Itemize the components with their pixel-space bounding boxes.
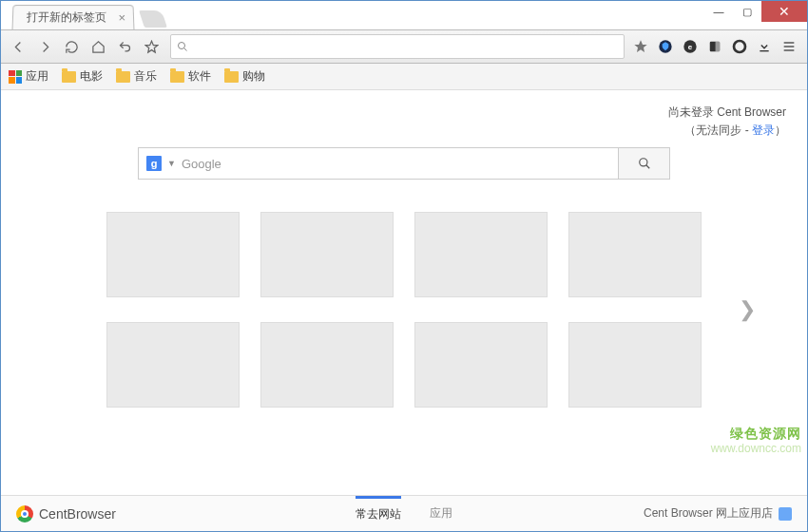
ext-shield-icon[interactable] — [657, 38, 674, 55]
signin-link[interactable]: 登录 — [752, 124, 775, 137]
address-bar[interactable] — [170, 34, 625, 59]
close-window-button[interactable]: ✕ — [761, 1, 807, 22]
footer: CentBrowser 常去网站 应用 Cent Browser 网上应用店 — [1, 495, 807, 531]
thumbnail-tile[interactable] — [414, 322, 548, 408]
window-controls: — ▢ ✕ — [704, 1, 807, 22]
reload-button[interactable] — [60, 35, 83, 58]
thumbnail-tile[interactable] — [568, 212, 702, 297]
webstore-icon — [779, 507, 792, 521]
brand: CentBrowser — [16, 505, 116, 522]
thumbnail-tile[interactable] — [260, 212, 394, 297]
tab-title: 打开新的标签页 — [27, 10, 106, 26]
bookmark-folder-1[interactable]: 音乐 — [116, 68, 157, 85]
extension-icons: e — [632, 38, 801, 55]
signin-line1: 尚未登录 Cent Browser — [668, 104, 786, 122]
svg-rect-7 — [760, 50, 768, 51]
close-tab-icon[interactable]: × — [118, 10, 125, 25]
footer-tabs: 常去网站 应用 — [356, 496, 452, 531]
thumbnail-tile[interactable] — [568, 322, 702, 408]
back-button[interactable] — [7, 35, 29, 58]
folder-icon — [116, 71, 130, 83]
toolbar: e — [1, 29, 807, 64]
new-tab-button[interactable] — [139, 10, 167, 28]
svg-point-8 — [639, 159, 646, 166]
signin-line2: （无法同步 - 登录） — [668, 122, 786, 140]
webstore-link[interactable]: Cent Browser 网上应用店 — [644, 505, 773, 522]
bookmark-star-button[interactable] — [140, 35, 163, 58]
bookmark-folder-2[interactable]: 软件 — [170, 68, 211, 85]
ext-circle-icon[interactable] — [731, 38, 748, 55]
footer-right: Cent Browser 网上应用店 — [644, 505, 792, 522]
thumbnail-tile[interactable] — [260, 322, 394, 408]
google-icon: g — [146, 156, 162, 171]
ext-e-icon[interactable]: e — [682, 38, 699, 55]
svg-point-0 — [179, 43, 185, 49]
most-visited: ❯ — [100, 212, 708, 408]
next-page-icon[interactable]: ❯ — [739, 297, 756, 322]
search-button[interactable] — [619, 147, 670, 180]
maximize-button[interactable]: ▢ — [733, 1, 761, 22]
folder-icon — [62, 71, 76, 83]
new-tab-content: 尚未登录 Cent Browser （无法同步 - 登录） g ▼ Google… — [1, 90, 807, 495]
brand-text: CentBrowser — [39, 506, 116, 522]
forward-button[interactable] — [33, 35, 56, 58]
home-button[interactable] — [87, 35, 109, 58]
bookmark-icon[interactable] — [632, 38, 649, 55]
search-icon — [177, 41, 188, 52]
thumbnail-tile[interactable] — [414, 212, 548, 297]
svg-point-6 — [734, 41, 745, 52]
search-wrap: g ▼ Google — [138, 147, 670, 180]
centbrowser-logo-icon — [16, 505, 33, 522]
bookmarks-bar: 应用 电影 音乐 软件 购物 — [1, 64, 807, 90]
signin-status: 尚未登录 Cent Browser （无法同步 - 登录） — [668, 104, 786, 140]
browser-tab[interactable]: 打开新的标签页 × — [12, 5, 135, 29]
ext-panel-icon[interactable] — [706, 38, 723, 55]
apps-grid-icon — [9, 70, 22, 84]
menu-icon[interactable] — [780, 38, 798, 55]
svg-text:e: e — [688, 43, 693, 51]
chevron-down-icon[interactable]: ▼ — [167, 159, 176, 168]
tab-most-visited[interactable]: 常去网站 — [356, 496, 401, 531]
watermark: 绿色资源网 www.downcc.com — [711, 426, 801, 455]
tab-apps[interactable]: 应用 — [430, 496, 452, 531]
svg-rect-5 — [716, 42, 721, 52]
magnifier-icon — [638, 157, 651, 170]
apps-shortcut[interactable]: 应用 — [9, 68, 48, 85]
search-input[interactable]: g ▼ Google — [138, 147, 619, 180]
bookmark-folder-0[interactable]: 电影 — [62, 68, 103, 85]
titlebar: 打开新的标签页 × — ▢ ✕ — [1, 1, 807, 29]
folder-icon — [224, 71, 239, 83]
thumbnail-tile[interactable] — [106, 322, 240, 408]
folder-icon — [170, 71, 184, 83]
search-placeholder: Google — [182, 157, 221, 171]
apps-label: 应用 — [26, 68, 48, 85]
thumbnail-tile[interactable] — [106, 212, 240, 297]
downloads-icon[interactable] — [756, 38, 773, 55]
bookmark-folder-3[interactable]: 购物 — [224, 68, 265, 85]
minimize-button[interactable]: — — [704, 1, 733, 22]
undo-button[interactable] — [113, 35, 136, 58]
